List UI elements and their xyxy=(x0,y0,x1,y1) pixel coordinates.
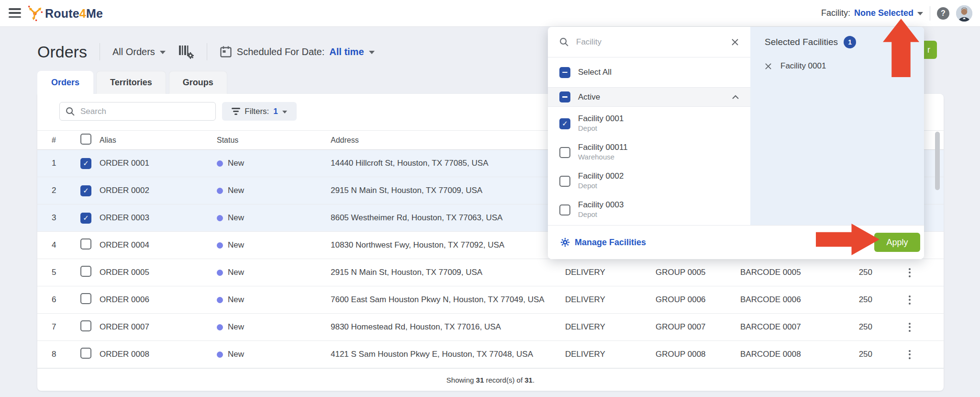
table-row[interactable]: 8 ORDER 0008 New 4121 S Sam Houston Pkwy… xyxy=(37,341,944,368)
row-checkbox[interactable] xyxy=(80,320,91,331)
orders-scope-value: All Orders xyxy=(112,46,155,57)
order-address: 7600 East Sam Houston Pkwy N, Houston, T… xyxy=(331,295,565,305)
app-root: Route4MeRoute4Me Facility: None Selected… xyxy=(0,0,980,397)
status-dot xyxy=(217,324,223,330)
route4me-logo: Route4MeRoute4Me xyxy=(28,5,103,22)
schedule-value: All time xyxy=(329,46,364,57)
facility-dropdown-panel: Select All Active Facility 0001 Depot Fa… xyxy=(548,27,924,259)
select-all-label: Select All xyxy=(578,68,612,77)
select-all-checkbox[interactable] xyxy=(559,67,570,78)
row-checkbox[interactable] xyxy=(80,238,91,250)
top-bar: Route4MeRoute4Me Facility: None Selected… xyxy=(0,0,980,27)
facility-checkbox[interactable] xyxy=(559,147,570,158)
select-all-rows-checkbox[interactable] xyxy=(80,134,91,145)
facility-name: Facility 0001 xyxy=(578,114,624,124)
chevron-up-icon[interactable] xyxy=(732,95,739,99)
facility-type: Depot xyxy=(578,181,624,191)
orders-scope-dropdown[interactable]: All Orders xyxy=(112,46,166,57)
table-row[interactable]: 6 ORDER 0006 New 7600 East Sam Houston P… xyxy=(37,286,944,314)
row-checkbox[interactable] xyxy=(80,213,91,224)
table-row[interactable]: 7 ORDER 0007 New 9830 Homestead Rd, Hous… xyxy=(37,314,944,341)
kebab-menu-icon[interactable] xyxy=(906,320,913,335)
order-address: 10830 Northwest Fwy, Houston, TX 77092, … xyxy=(331,240,565,250)
help-icon[interactable]: ? xyxy=(937,7,949,20)
avatar[interactable] xyxy=(956,5,972,22)
facility-checkbox[interactable] xyxy=(559,204,570,216)
search-icon xyxy=(559,37,568,46)
column-header-status[interactable]: Status xyxy=(217,136,331,145)
status-dot xyxy=(217,215,223,221)
column-header-address[interactable]: Address xyxy=(331,136,565,145)
kebab-menu-icon[interactable] xyxy=(906,347,913,362)
facility-option[interactable]: Facility 00011 Warehouse xyxy=(548,138,750,167)
clear-search-icon[interactable] xyxy=(731,38,739,46)
page-header: Orders All Orders xyxy=(37,38,375,65)
row-number: 2 xyxy=(37,186,63,195)
tab-territories[interactable]: Territories xyxy=(96,71,166,94)
order-qty: 250 xyxy=(831,295,875,305)
order-alias: ORDER 0008 xyxy=(100,350,217,359)
status-badge: New xyxy=(228,322,244,332)
table-row[interactable]: 5 ORDER 0005 New 2915 N Main St, Houston… xyxy=(37,259,944,286)
select-all-facilities[interactable]: Select All xyxy=(548,57,750,88)
row-checkbox[interactable] xyxy=(80,348,91,359)
calendar-icon xyxy=(220,45,232,58)
filter-icon xyxy=(232,108,240,115)
records-summary: Showing 31 record(s) of 31. xyxy=(37,368,944,391)
order-address: 4121 S Sam Houston Pkwy E, Houston, TX 7… xyxy=(331,350,565,359)
filters-button[interactable]: Filters: 1 xyxy=(222,102,297,121)
order-barcode: BARCODE 0005 xyxy=(740,268,831,277)
barcode-settings-icon[interactable] xyxy=(178,44,194,59)
column-header-alias[interactable]: Alias xyxy=(100,136,217,145)
facility-selector[interactable]: Facility: None Selected xyxy=(821,8,923,18)
column-header-num[interactable]: # xyxy=(37,136,63,145)
kebab-menu-icon[interactable] xyxy=(906,265,913,280)
manage-facilities-link[interactable]: Manage Facilities xyxy=(560,238,646,248)
facility-checkbox[interactable] xyxy=(559,176,570,187)
vertical-scrollbar[interactable] xyxy=(935,132,940,190)
partial-button-label: r xyxy=(927,45,930,55)
order-barcode: BARCODE 0007 xyxy=(740,322,831,332)
order-type: DELIVERY xyxy=(565,322,656,332)
facility-option[interactable]: Facility 0002 Depot xyxy=(548,167,750,195)
apply-button[interactable]: Apply xyxy=(874,233,920,252)
facility-option[interactable]: Facility 0001 Depot xyxy=(548,109,750,138)
order-qty: 250 xyxy=(831,268,875,277)
chevron-down-icon xyxy=(282,111,287,113)
facility-search-box[interactable] xyxy=(548,27,750,57)
status-badge: New xyxy=(228,295,244,305)
row-checkbox[interactable] xyxy=(80,185,91,196)
chevron-down-icon xyxy=(369,51,375,54)
manage-facilities-label: Manage Facilities xyxy=(575,238,646,248)
remove-facility-icon[interactable] xyxy=(765,63,772,70)
tab-groups[interactable]: Groups xyxy=(169,71,227,94)
order-type: DELIVERY xyxy=(565,268,656,277)
kebab-menu-icon[interactable] xyxy=(906,293,913,307)
row-number: 8 xyxy=(37,350,63,359)
facility-group-active[interactable]: Active xyxy=(548,88,750,107)
status-badge: New xyxy=(228,159,244,168)
facility-search-input[interactable] xyxy=(575,37,731,47)
tab-orders[interactable]: Orders xyxy=(37,71,93,94)
tab-bar: Orders Territories Groups xyxy=(37,71,227,94)
row-checkbox[interactable] xyxy=(80,293,91,304)
schedule-date-dropdown[interactable]: Scheduled For Date: All time xyxy=(220,45,375,58)
menu-icon[interactable] xyxy=(9,8,21,18)
order-alias: ORDER 0002 xyxy=(100,186,217,195)
status-dot xyxy=(217,160,223,167)
row-checkbox[interactable] xyxy=(80,266,91,277)
gear-icon xyxy=(560,238,570,247)
page-title: Orders xyxy=(37,43,87,61)
search-box[interactable] xyxy=(59,102,216,121)
row-checkbox[interactable] xyxy=(80,158,91,169)
chevron-down-icon xyxy=(917,12,923,15)
group-checkbox[interactable] xyxy=(559,91,570,102)
filters-count: 1 xyxy=(273,107,278,116)
search-icon xyxy=(66,107,75,116)
search-input[interactable] xyxy=(79,106,210,117)
selected-count-badge: 1 xyxy=(844,36,856,48)
facility-checkbox[interactable] xyxy=(559,118,570,129)
row-number: 3 xyxy=(37,213,63,223)
facility-option[interactable]: Facility 0003 Depot xyxy=(548,195,750,224)
row-number: 7 xyxy=(37,322,63,332)
